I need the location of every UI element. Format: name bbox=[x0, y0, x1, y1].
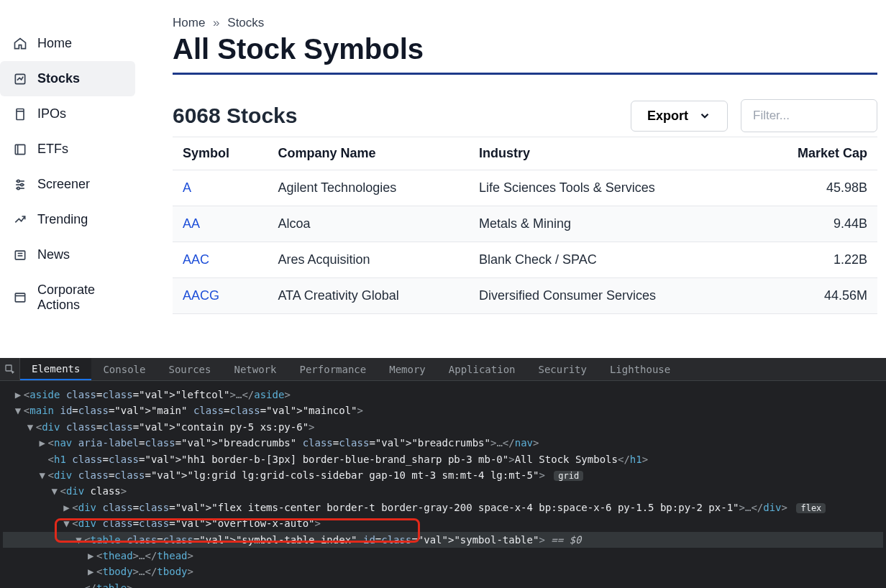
industry-cell: Diversified Consumer Services bbox=[469, 278, 749, 314]
export-button-label: Export bbox=[647, 109, 688, 124]
devtools-tab-console[interactable]: Console bbox=[91, 358, 157, 380]
devtools-dom-node[interactable]: ▶<tbody>…</tbody> bbox=[3, 564, 883, 579]
export-button[interactable]: Export bbox=[631, 101, 728, 132]
marketcap-cell: 1.22B bbox=[749, 242, 877, 278]
sidebar-item-stocks[interactable]: Stocks bbox=[0, 61, 135, 96]
devtools-dom-node[interactable]: ▶<div class=class="val">"flex items-cent… bbox=[3, 500, 883, 515]
news-icon bbox=[13, 248, 27, 262]
marketcap-cell: 9.44B bbox=[749, 206, 877, 242]
industry-cell: Metals & Mining bbox=[469, 206, 749, 242]
breadcrumb-separator: » bbox=[213, 16, 219, 29]
column-header[interactable]: Symbol bbox=[173, 137, 268, 170]
sidebar-item-label: Home bbox=[37, 36, 72, 51]
table-row: AAAlcoaMetals & Mining9.44B bbox=[173, 206, 877, 242]
devtools-tab-performance[interactable]: Performance bbox=[288, 358, 378, 380]
devtools-tab-security[interactable]: Security bbox=[527, 358, 598, 380]
devtools-tab-network[interactable]: Network bbox=[222, 358, 288, 380]
symbol-link[interactable]: AA bbox=[183, 216, 200, 231]
sidebar-item-screener[interactable]: Screener bbox=[0, 167, 135, 202]
devtools-tab-application[interactable]: Application bbox=[437, 358, 527, 380]
company-cell: Ares Acquisition bbox=[268, 242, 469, 278]
table-row: AACGATA Creativity GlobalDiversified Con… bbox=[173, 278, 877, 314]
devtools-elements-tree[interactable]: ▶<aside class=class="val">"leftcol">…</a… bbox=[0, 381, 886, 588]
devtools-tab-memory[interactable]: Memory bbox=[378, 358, 437, 380]
corporate-actions-icon bbox=[13, 290, 27, 305]
stock-count: 6068 Stocks bbox=[173, 104, 297, 128]
svg-rect-14 bbox=[15, 293, 24, 302]
sidebar-item-label: Stocks bbox=[37, 71, 80, 86]
sidebar-item-home[interactable]: Home bbox=[0, 26, 135, 61]
industry-cell: Life Sciences Tools & Services bbox=[469, 170, 749, 206]
devtools-dom-node[interactable]: ▶<aside class=class="val">"leftcol">…</a… bbox=[3, 387, 883, 403]
stocks-icon bbox=[13, 72, 27, 86]
devtools-dom-node[interactable]: ▼<table class=class="val">"symbol-table … bbox=[3, 532, 883, 548]
marketcap-cell: 45.98B bbox=[749, 170, 877, 206]
svg-point-9 bbox=[21, 183, 23, 185]
svg-rect-1 bbox=[17, 109, 24, 119]
sidebar-item-ipos[interactable]: IPOs bbox=[0, 96, 135, 132]
screener-icon bbox=[13, 178, 27, 192]
sidebar-item-label: Screener bbox=[37, 177, 90, 192]
devtools-tab-elements[interactable]: Elements bbox=[20, 358, 91, 380]
main-content: Home » Stocks All Stock Symbols 6068 Sto… bbox=[141, 0, 886, 358]
sidebar-item-label: IPOs bbox=[37, 106, 66, 121]
breadcrumb: Home » Stocks bbox=[173, 16, 877, 30]
trending-icon bbox=[13, 213, 27, 227]
home-icon bbox=[13, 37, 27, 51]
table-row: AACAres AcquisitionBlank Check / SPAC1.2… bbox=[173, 242, 877, 278]
devtools-dom-node[interactable]: ▶<nav aria-label=class="val">"breadcrumb… bbox=[3, 435, 883, 451]
marketcap-cell: 44.56M bbox=[749, 278, 877, 314]
column-header[interactable]: Company Name bbox=[268, 137, 469, 170]
devtools-tab-sources[interactable]: Sources bbox=[157, 358, 222, 380]
devtools-tabs: ElementsConsoleSourcesNetworkPerformance… bbox=[0, 358, 886, 381]
breadcrumb-current: Stocks bbox=[227, 16, 264, 29]
industry-cell: Blank Check / SPAC bbox=[469, 242, 749, 278]
company-cell: ATA Creativity Global bbox=[268, 278, 469, 314]
symbol-link[interactable]: AAC bbox=[183, 252, 209, 267]
etfs-icon bbox=[13, 142, 27, 157]
ipos-icon bbox=[13, 107, 27, 121]
chevron-down-icon bbox=[698, 109, 711, 122]
symbol-table: SymbolCompany NameIndustryMarket Cap AAg… bbox=[173, 137, 877, 314]
toolbar: 6068 Stocks Export bbox=[173, 99, 877, 137]
sidebar-item-etfs[interactable]: ETFs bbox=[0, 132, 135, 167]
devtools-dom-node[interactable]: ▼<div class=class="val">"contain py-5 xs… bbox=[3, 419, 883, 435]
sidebar-item-label: ETFs bbox=[37, 142, 68, 157]
breadcrumb-root[interactable]: Home bbox=[173, 16, 205, 29]
sidebar-item-label: Trending bbox=[37, 212, 88, 227]
company-cell: Alcoa bbox=[268, 206, 469, 242]
inspect-element-icon[interactable] bbox=[0, 358, 20, 380]
column-header[interactable]: Market Cap bbox=[749, 137, 877, 170]
symbol-link[interactable]: AACG bbox=[183, 288, 219, 303]
sidebar: HomeStocksIPOsETFsScreenerTrendingNewsCo… bbox=[0, 0, 141, 358]
sidebar-item-news[interactable]: News bbox=[0, 237, 135, 272]
table-row: AAgilent TechnologiesLife Sciences Tools… bbox=[173, 170, 877, 206]
devtools-dom-node[interactable]: ▼<div class=class="val">"lg:grid lg:grid… bbox=[3, 467, 883, 483]
company-cell: Agilent Technologies bbox=[268, 170, 469, 206]
svg-point-10 bbox=[17, 187, 19, 189]
svg-rect-3 bbox=[15, 144, 24, 154]
sidebar-item-corporate-actions[interactable]: Corporate Actions bbox=[0, 272, 135, 323]
devtools-dom-node[interactable]: ▼<div class> bbox=[3, 483, 883, 499]
sidebar-item-trending[interactable]: Trending bbox=[0, 202, 135, 237]
devtools-dom-node[interactable]: ▼<main id=class="val">"main" class=class… bbox=[3, 403, 883, 418]
devtools-dom-node[interactable]: ▼<div class=class="val">"overflow-x-auto… bbox=[3, 515, 883, 531]
page-title: All Stock Symbols bbox=[173, 33, 877, 75]
devtools-tab-lighthouse[interactable]: Lighthouse bbox=[598, 358, 682, 380]
svg-point-8 bbox=[17, 180, 19, 182]
column-header[interactable]: Industry bbox=[469, 137, 749, 170]
filter-input[interactable] bbox=[741, 99, 877, 132]
sidebar-item-label: Corporate Actions bbox=[37, 282, 122, 313]
devtools-dom-node[interactable]: ▶<thead>…</thead> bbox=[3, 548, 883, 564]
devtools-dom-node[interactable]: </table> bbox=[3, 580, 883, 588]
symbol-link[interactable]: A bbox=[183, 180, 191, 195]
sidebar-item-label: News bbox=[37, 247, 70, 262]
devtools-panel: ElementsConsoleSourcesNetworkPerformance… bbox=[0, 358, 886, 588]
devtools-dom-node[interactable]: <h1 class=class="val">"hh1 border-b-[3px… bbox=[3, 451, 883, 467]
